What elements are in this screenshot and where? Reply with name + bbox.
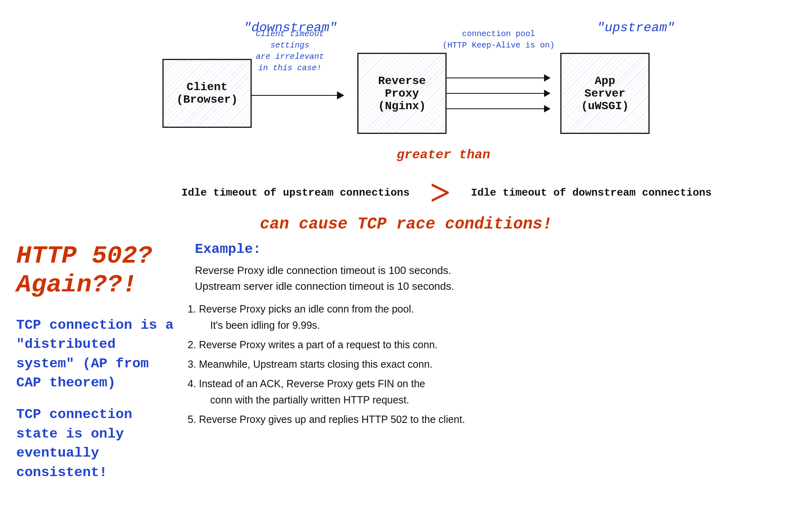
boxes-row: Client(Browser) Client timeoutsettingsar… [162,53,650,134]
step-5: Reverse Proxy gives up and replies HTTP … [199,411,796,427]
step-4: Instead of an ACK, Reverse Proxy gets FI… [199,375,796,408]
proxy-to-appserver-section: connection pool(HTTP Keep-Alive is on) [447,53,560,134]
step-1: Reverse Proxy picks an idle conn from th… [199,301,796,333]
multi-arrows [447,74,551,112]
arrow-row-1 [447,74,551,82]
timeout-comparison-row: Idle timeout of upstream connections > I… [97,175,796,211]
greater-than-symbol: > [430,175,451,211]
arrow-line [252,95,337,96]
step-2: Reverse Proxy writes a part of a request… [199,336,796,353]
connpool-annotation: connection pool(HTTP Keep-Alive is on) [443,28,555,51]
arrow-head [337,91,344,99]
proxy-box: ReverseProxy(Nginx) [357,53,447,134]
example-description: Reverse Proxy idle connection timeout is… [195,263,796,294]
client-box: Client(Browser) [162,59,252,128]
appserver-box: AppServer(uWSGI) [560,53,650,134]
page: "downstream" "upstream" Client(Browser) … [0,0,812,524]
left-column: HTTP 502? Again??! TCP connection is a "… [16,242,179,494]
example-steps-list: Reverse Proxy picks an idle conn from th… [195,301,796,427]
proxy-label: ReverseProxy(Nginx) [372,71,432,116]
appserver-label: AppServer(uWSGI) [575,71,635,116]
label-upstream: "upstream" [597,20,675,35]
http502-text: HTTP 502? Again??! [16,242,179,300]
upstream-timeout-label: Idle timeout of upstream connections [181,185,410,200]
bottom-section: HTTP 502? Again??! TCP connection is a "… [16,242,796,494]
tcp-info-block1: TCP connection is a "distributed system"… [16,316,179,393]
race-condition-text: can cause TCP race conditions! [16,215,796,233]
example-header: Example: [195,242,796,257]
arrow-row-2 [447,90,551,97]
client-proxy-arrow [252,91,344,99]
greater-than-annotation: greater than [397,147,490,162]
tcp-info-block2: TCP connection state is only eventually … [16,405,179,482]
client-timeout-annotation: Client timeoutsettingsare irrelevantin t… [256,28,324,74]
step-3: Meanwhile, Upstream starts closing this … [199,356,796,372]
client-to-proxy-section: Client timeoutsettingsare irrelevantin t… [252,53,357,134]
diagram-wrapper: "downstream" "upstream" Client(Browser) … [16,20,796,175]
client-label: Client(Browser) [170,77,244,110]
arrow-row-3 [447,105,551,112]
right-column: Example: Reverse Proxy idle connection t… [195,242,796,494]
downstream-timeout-label: Idle timeout of downstream connections [471,185,712,200]
